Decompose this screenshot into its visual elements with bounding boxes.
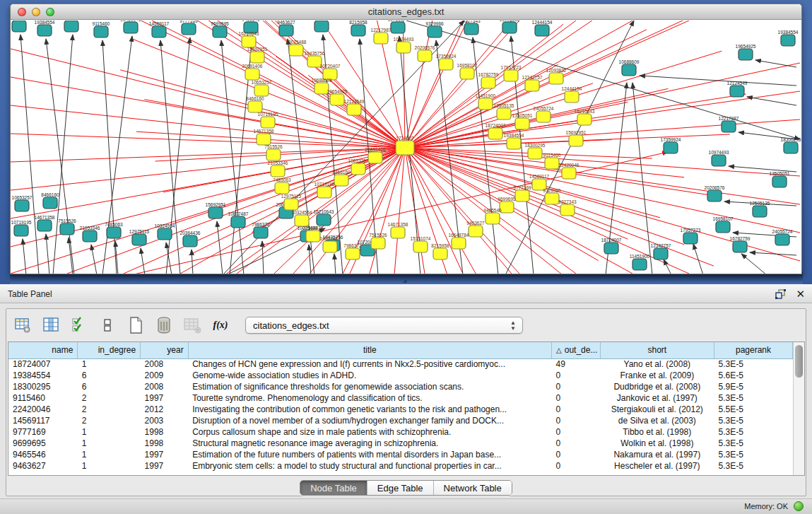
black-edge[interactable] bbox=[741, 254, 767, 274]
table-row[interactable]: 911546021997Tourette syndrome. Phenomeno… bbox=[8, 392, 793, 404]
node-table[interactable]: namein_degreeyeartitle△out_de...shortpag… bbox=[8, 342, 793, 472]
network-canvas[interactable]: 1872400719384554183002959115460224200461… bbox=[11, 21, 801, 274]
teal-node[interactable]: 9699695 bbox=[211, 21, 229, 38]
teal-node[interactable]: 7485063 bbox=[105, 222, 123, 239]
yellow-node[interactable]: 11451900 bbox=[476, 93, 496, 110]
yellow-node[interactable]: 16210643 bbox=[575, 109, 595, 126]
yellow-node[interactable]: 10974493 bbox=[394, 37, 414, 54]
column-header-name[interactable]: name bbox=[8, 342, 78, 358]
red-edge[interactable] bbox=[572, 51, 722, 97]
teal-node[interactable]: 22420046 bbox=[121, 21, 141, 33]
float-panel-icon[interactable] bbox=[775, 289, 786, 299]
black-edge[interactable] bbox=[309, 245, 311, 274]
yellow-node[interactable]: 22420046 bbox=[559, 163, 579, 180]
teal-node[interactable]: 8215958 bbox=[349, 21, 367, 36]
teal-node[interactable]: 16958107 bbox=[713, 216, 734, 233]
teal-node[interactable]: 14671358 bbox=[35, 215, 55, 232]
yellow-node[interactable]: 10719195 bbox=[314, 182, 335, 199]
yellow-node[interactable]: 12444154 bbox=[562, 86, 582, 103]
red-edge[interactable] bbox=[120, 70, 255, 107]
black-edge[interactable] bbox=[334, 254, 336, 274]
black-edge[interactable] bbox=[217, 221, 223, 274]
red-edge[interactable] bbox=[576, 134, 730, 141]
teal-node[interactable]: 10653257 bbox=[12, 195, 33, 212]
teal-node[interactable]: 12124549 bbox=[727, 81, 748, 98]
yellow-node[interactable]: 12217987 bbox=[371, 28, 392, 45]
teal-node[interactable]: 12975115 bbox=[129, 229, 150, 246]
table-header-row[interactable]: namein_degreeyeartitle△out_de...shortpag… bbox=[8, 342, 793, 358]
yellow-node[interactable]: 1724007 bbox=[396, 136, 414, 156]
black-edge[interactable] bbox=[640, 76, 796, 86]
teal-node[interactable]: 10719195 bbox=[11, 220, 32, 237]
yellow-node[interactable]: 7515526 bbox=[369, 233, 387, 250]
red-edge[interactable] bbox=[11, 148, 405, 162]
black-edge[interactable] bbox=[141, 248, 145, 274]
teal-node[interactable]: 16782759 bbox=[730, 236, 751, 253]
teal-node[interactable]: 10324554 bbox=[155, 223, 175, 240]
table-mode-icon[interactable] bbox=[13, 316, 32, 334]
table-row[interactable]: 1872400712008Changes of HCN gene express… bbox=[8, 358, 793, 370]
yellow-node[interactable]: 17359924 bbox=[436, 54, 457, 71]
yellow-node[interactable]: 9463627 bbox=[466, 221, 485, 238]
teal-node[interactable]: 18724007 bbox=[11, 21, 30, 32]
yellow-node[interactable]: 9777169 bbox=[513, 185, 531, 202]
yellow-node[interactable]: 12124549 bbox=[344, 99, 365, 116]
red-edge[interactable] bbox=[136, 132, 264, 139]
teal-node[interactable]: 11451900 bbox=[630, 254, 650, 271]
table-row[interactable]: 969969511998Structural magnetic resonanc… bbox=[8, 438, 793, 449]
table-row[interactable]: 1830029562008Estimation of significance … bbox=[8, 381, 793, 392]
yellow-node[interactable]: 18724007 bbox=[486, 123, 506, 140]
yellow-node[interactable]: 18300295 bbox=[525, 143, 546, 160]
teal-node[interactable]: 10807487 bbox=[228, 211, 249, 228]
window-titlebar[interactable]: citations_edges.txt bbox=[11, 4, 801, 20]
red-edge[interactable] bbox=[405, 148, 539, 185]
black-edge[interactable] bbox=[46, 39, 74, 274]
black-edge[interactable] bbox=[20, 35, 39, 274]
yellow-node[interactable]: 10653257 bbox=[252, 80, 272, 97]
red-edge[interactable] bbox=[459, 243, 507, 274]
teal-node[interactable]: 12505135 bbox=[750, 201, 770, 218]
teal-node[interactable]: 14569117 bbox=[149, 21, 170, 38]
yellow-node[interactable]: 24055724 bbox=[534, 106, 554, 123]
yellow-node[interactable]: 7515526 bbox=[264, 144, 283, 161]
yellow-node[interactable]: 16648784 bbox=[449, 233, 469, 250]
teal-node[interactable]: 19384554 bbox=[778, 30, 799, 47]
red-edge[interactable] bbox=[405, 119, 800, 148]
teal-node[interactable]: 13505051 bbox=[770, 171, 790, 188]
yellow-node[interactable]: 12505135 bbox=[494, 103, 514, 120]
yellow-node[interactable]: 12093832 bbox=[546, 68, 567, 85]
table-row[interactable]: 946362711997Embryonic stem cells: a mode… bbox=[8, 460, 793, 472]
teal-node[interactable]: 20364436 bbox=[180, 230, 201, 247]
yellow-node[interactable]: 21053346 bbox=[268, 160, 288, 177]
teal-node[interactable]: 19654925 bbox=[736, 44, 756, 61]
red-edge[interactable] bbox=[392, 233, 398, 274]
table-row[interactable]: 2242004622012Investigating the contribut… bbox=[8, 404, 793, 415]
close-panel-icon[interactable]: ✕ bbox=[796, 288, 805, 300]
teal-node[interactable]: 18300295 bbox=[61, 21, 82, 32]
yellow-node[interactable]: 10807487 bbox=[320, 236, 341, 253]
column-header-pagerank[interactable]: pagerank bbox=[714, 342, 793, 358]
table-selector-dropdown[interactable]: citations_edges.txt ▲▼ bbox=[245, 317, 523, 334]
citation-network-graph[interactable]: 1872400719384554183002959115460224200461… bbox=[11, 21, 801, 274]
table-row[interactable]: 977716911998Corpus callosum shape and si… bbox=[8, 426, 793, 438]
panel-divider-handle[interactable]: ◢ bbox=[403, 279, 410, 283]
table-scrollbar[interactable] bbox=[793, 342, 804, 475]
tab-edge-table[interactable]: Edge Table bbox=[367, 481, 434, 495]
teal-node[interactable]: 7986372 bbox=[252, 222, 270, 239]
yellow-node[interactable]: 16210643 bbox=[239, 31, 259, 48]
yellow-node[interactable]: 9227343 bbox=[558, 199, 577, 216]
yellow-node[interactable]: 10324554 bbox=[292, 210, 312, 227]
black-edge[interactable] bbox=[632, 83, 652, 274]
red-edge[interactable] bbox=[405, 21, 519, 148]
black-edge[interactable] bbox=[23, 239, 26, 274]
teal-node[interactable]: 16210643 bbox=[314, 209, 334, 226]
tab-network-table[interactable]: Network Table bbox=[434, 481, 512, 495]
teal-node[interactable]: 9463627 bbox=[277, 21, 295, 36]
row-height-icon[interactable] bbox=[98, 316, 117, 334]
red-edge[interactable] bbox=[171, 188, 282, 224]
yellow-node[interactable]: 7485063 bbox=[273, 177, 291, 194]
red-edge[interactable] bbox=[163, 171, 278, 192]
yellow-node[interactable]: 16958107 bbox=[457, 63, 478, 80]
black-edge[interactable] bbox=[747, 97, 796, 105]
teal-node[interactable]: 12444154 bbox=[532, 21, 553, 36]
